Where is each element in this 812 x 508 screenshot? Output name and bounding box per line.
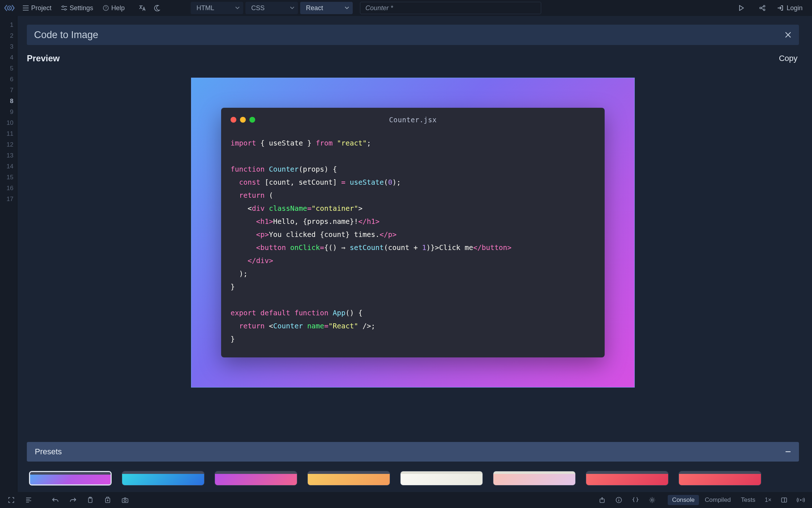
presets-header[interactable]: Presets − xyxy=(27,442,799,462)
info-button[interactable] xyxy=(611,495,626,505)
project-title-input[interactable]: Counter * xyxy=(360,2,541,14)
copy-button[interactable]: Copy xyxy=(778,52,799,65)
svg-point-16 xyxy=(618,499,619,499)
line-number: 16 xyxy=(0,183,17,194)
svg-point-8 xyxy=(763,9,765,11)
presets-title: Presets xyxy=(35,447,62,456)
menu-project[interactable]: Project xyxy=(19,3,55,13)
sliders-icon xyxy=(61,5,67,11)
line-number: 5 xyxy=(0,63,17,74)
camera-icon xyxy=(121,497,129,503)
panel-button[interactable] xyxy=(776,495,792,505)
redo-button[interactable] xyxy=(65,495,80,505)
svg-point-3 xyxy=(65,9,66,10)
line-number: 12 xyxy=(0,139,17,150)
tab-html-label: HTML xyxy=(196,4,214,12)
menu-help[interactable]: ? Help xyxy=(99,3,128,13)
broadcast-icon xyxy=(797,497,805,503)
undo-button[interactable] xyxy=(48,495,63,505)
translate-button[interactable] xyxy=(136,3,149,13)
line-number: 9 xyxy=(0,107,17,118)
redo-icon xyxy=(69,497,76,503)
bottom-bar: Console Compiled Tests 1× xyxy=(0,492,812,508)
project-title-value: Counter * xyxy=(365,4,393,12)
login-label: Login xyxy=(787,4,803,12)
line-number: 4 xyxy=(0,52,17,63)
line-number: 1 xyxy=(0,20,17,30)
chevron-down-icon[interactable] xyxy=(345,7,349,9)
screenshot-button[interactable] xyxy=(117,495,133,505)
svg-point-1 xyxy=(9,7,10,9)
export-button[interactable] xyxy=(594,495,610,505)
hamburger-icon xyxy=(22,5,29,11)
braces-icon xyxy=(632,497,639,503)
svg-point-7 xyxy=(760,7,761,9)
menu-settings-label: Settings xyxy=(70,4,93,12)
theme-toggle-button[interactable] xyxy=(151,3,163,13)
zoom-button[interactable]: 1× xyxy=(761,497,775,503)
share-icon xyxy=(759,5,766,11)
modal-header: Code to Image xyxy=(27,25,799,45)
editor-area: Code to Image Preview Copy xyxy=(17,16,812,492)
editor-tabs: HTML CSS React xyxy=(191,2,353,14)
chevron-down-icon[interactable] xyxy=(235,7,240,9)
line-number: 8 xyxy=(0,96,17,107)
line-number: 11 xyxy=(0,128,17,139)
format-button[interactable] xyxy=(21,495,36,505)
preset-3[interactable] xyxy=(215,471,297,486)
preset-1[interactable] xyxy=(29,471,112,486)
braces-button[interactable] xyxy=(628,495,643,505)
modal-title: Code to Image xyxy=(34,29,98,41)
format-icon xyxy=(25,497,32,503)
line-number: 6 xyxy=(0,74,17,85)
presets-collapse-button[interactable]: − xyxy=(785,446,791,458)
tab-html[interactable]: HTML xyxy=(191,2,243,14)
preset-5[interactable] xyxy=(400,471,483,486)
chevron-down-icon[interactable] xyxy=(290,7,294,9)
modal-close-button[interactable] xyxy=(784,31,792,38)
tab-css[interactable]: CSS xyxy=(245,2,298,14)
line-number: 15 xyxy=(0,172,17,183)
card-filename: Counter.jsx xyxy=(231,116,595,124)
broadcast-button[interactable] xyxy=(793,495,808,505)
fullscreen-button[interactable] xyxy=(4,495,19,505)
code-card: Counter.jsx import { useState } from "re… xyxy=(221,108,605,357)
preset-2[interactable] xyxy=(122,471,204,486)
svg-point-17 xyxy=(651,499,653,501)
panel-icon xyxy=(781,497,787,503)
tab-console[interactable]: Console xyxy=(668,495,699,505)
tab-react[interactable]: React xyxy=(300,2,353,14)
svg-text:?: ? xyxy=(105,6,107,10)
tab-tests[interactable]: Tests xyxy=(737,495,760,505)
preset-6[interactable] xyxy=(493,471,576,486)
moon-icon xyxy=(154,5,160,11)
settings-button[interactable] xyxy=(645,495,660,505)
presets-row xyxy=(27,462,799,486)
close-icon xyxy=(784,31,792,38)
svg-point-13 xyxy=(124,500,126,502)
export-icon xyxy=(599,497,605,503)
share-button[interactable] xyxy=(756,3,768,13)
save-icon xyxy=(105,497,111,503)
preset-4[interactable] xyxy=(307,471,390,486)
paste-button[interactable] xyxy=(83,495,98,505)
save-button[interactable] xyxy=(100,495,115,505)
clipboard-icon xyxy=(87,497,93,503)
code-card-frame[interactable]: Counter.jsx import { useState } from "re… xyxy=(191,78,635,388)
menu-settings[interactable]: Settings xyxy=(57,3,97,13)
preset-8[interactable] xyxy=(679,471,761,486)
undo-icon xyxy=(52,497,59,503)
code-to-image-modal: Code to Image Preview Copy xyxy=(17,16,808,492)
play-icon xyxy=(738,5,744,11)
info-icon xyxy=(616,497,622,503)
login-icon xyxy=(777,5,784,11)
line-number: 13 xyxy=(0,150,17,161)
translate-icon xyxy=(139,5,146,11)
preset-7[interactable] xyxy=(586,471,668,486)
app-logo-icon xyxy=(4,2,15,14)
line-number: 3 xyxy=(0,41,17,52)
run-button[interactable] xyxy=(735,3,747,13)
tab-compiled[interactable]: Compiled xyxy=(700,495,735,505)
login-button[interactable]: Login xyxy=(777,4,803,12)
code-block: import { useState } from "react"; functi… xyxy=(231,137,595,346)
